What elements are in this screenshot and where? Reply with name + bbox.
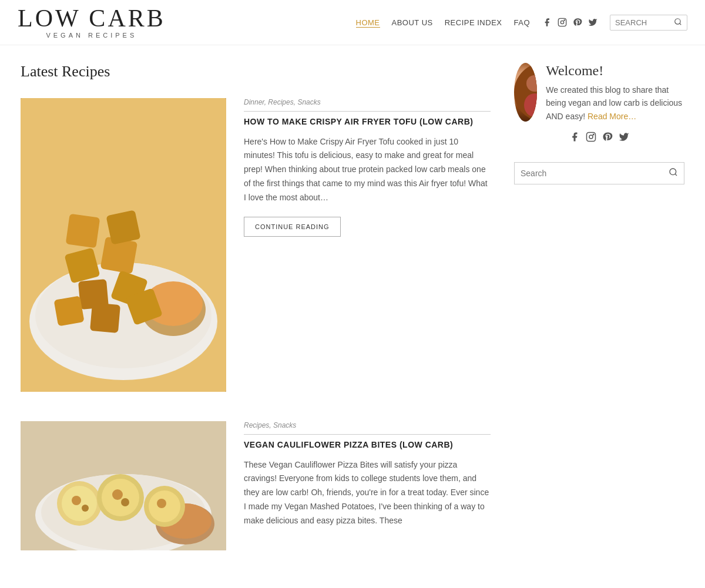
svg-rect-13 [54,295,85,326]
svg-point-1 [560,21,563,23]
logo-sub-text: VEGAN RECIPES [46,32,137,39]
nav-link-recipe-index[interactable]: RECIPE INDEX [445,18,502,27]
header-instagram-icon[interactable] [557,17,568,28]
article-2-categories: Recipes, Snacks [244,421,491,435]
article-2-excerpt: These Vegan Cauliflower Pizza Bites will… [244,458,491,528]
site-header: LOW CARB VEGAN RECIPES HOME ABOUT US REC… [0,0,705,45]
article-1-categories: Dinner, Recipes, Snacks [244,98,491,112]
content-area: Latest Recipes [21,63,491,580]
header-twitter-icon[interactable] [588,17,598,28]
article-1-excerpt: Here's How to Make Crispy Air Fryer Tofu… [244,135,491,205]
nav-links: HOME ABOUT US RECIPE INDEX FAQ [356,17,530,28]
sidebar-facebook-icon[interactable] [569,132,580,145]
sidebar-search-box[interactable] [514,162,684,184]
tofu-image [21,98,226,392]
svg-rect-17 [106,210,140,244]
section-title: Latest Recipes [21,63,491,80]
welcome-text-area: Welcome! We created this blog to share t… [546,63,684,123]
svg-rect-16 [66,214,100,248]
article-2-text: Recipes, Snacks VEGAN CAULIFLOWER PIZZA … [244,421,491,540]
avatar-image [514,63,537,122]
article-2-title: VEGAN CAULIFLOWER PIZZA BITES (LOW CARB) [244,439,491,451]
sidebar-twitter-icon[interactable] [619,132,629,145]
svg-rect-40 [587,133,596,142]
article-1: Dinner, Recipes, Snacks HOW TO MAKE CRIS… [21,98,491,392]
sidebar: Welcome! We created this blog to share t… [514,63,684,580]
svg-point-2 [564,20,565,21]
continue-reading-button[interactable]: CONTINUE READING [244,217,341,237]
cauliflower-image [21,421,226,550]
header-pinterest-icon[interactable] [572,17,583,28]
article-1-title: HOW TO MAKE CRISPY AIR FRYER TOFU (LOW C… [244,116,491,128]
sidebar-social-icons [514,132,684,145]
svg-rect-0 [558,18,566,26]
svg-point-31 [112,489,123,500]
nav-link-about[interactable]: ABOUT US [392,18,433,27]
svg-rect-39 [514,63,537,122]
header-search-input[interactable] [615,18,674,27]
header-social-icons [542,17,598,28]
logo[interactable]: LOW CARB VEGAN RECIPES [18,6,166,39]
nav-item-home[interactable]: HOME [356,17,380,28]
main-nav: HOME ABOUT US RECIPE INDEX FAQ [356,15,687,31]
article-1-image [21,98,226,392]
svg-point-29 [72,496,81,505]
sidebar-search-input[interactable] [521,169,669,178]
read-more-link[interactable]: Read More… [588,112,636,121]
sidebar-instagram-icon[interactable] [586,132,596,145]
header-facebook-icon[interactable] [542,17,552,28]
nav-item-faq[interactable]: FAQ [513,17,530,28]
avatar [514,63,537,122]
svg-point-3 [675,18,680,23]
header-search-button[interactable] [674,18,682,28]
sidebar-pinterest-icon[interactable] [602,132,613,145]
svg-point-32 [121,498,129,506]
article-2: Recipes, Snacks VEGAN CAULIFLOWER PIZZA … [21,421,491,550]
welcome-title: Welcome! [546,63,684,79]
nav-link-faq[interactable]: FAQ [513,18,530,27]
nav-link-home[interactable]: HOME [356,18,380,28]
welcome-content: Welcome! We created this blog to share t… [514,63,684,123]
svg-point-33 [157,499,166,508]
article-1-text: Dinner, Recipes, Snacks HOW TO MAKE CRIS… [244,98,491,237]
nav-item-about[interactable]: ABOUT US [392,17,433,28]
svg-point-41 [589,135,593,139]
article-2-image [21,421,226,550]
svg-point-43 [670,169,676,175]
main-container: Latest Recipes [9,45,696,588]
welcome-box: Welcome! We created this blog to share t… [514,63,684,145]
svg-rect-14 [90,303,120,333]
header-search-box[interactable] [610,15,687,31]
svg-point-42 [593,134,594,135]
svg-point-30 [82,505,89,512]
sidebar-search-button[interactable] [669,167,678,179]
welcome-description: We created this blog to share that being… [546,83,684,123]
nav-item-recipe-index[interactable]: RECIPE INDEX [445,17,502,28]
logo-main-text: LOW CARB [18,6,166,31]
